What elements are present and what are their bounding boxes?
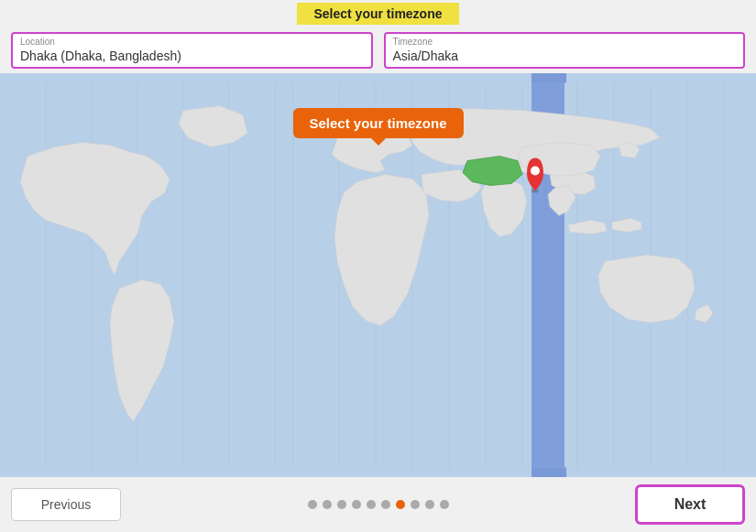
location-value: Dhaka (Dhaka, Bangladesh): [20, 38, 364, 63]
pagination-dot[interactable]: [411, 500, 420, 509]
svg-point-22: [531, 167, 540, 176]
location-label: Location: [20, 37, 55, 47]
fields-row: Location Dhaka (Dhaka, Bangladesh) Timez…: [0, 27, 756, 73]
location-field[interactable]: Location Dhaka (Dhaka, Bangladesh): [11, 32, 373, 69]
previous-button[interactable]: Previous: [11, 488, 121, 521]
pagination-dot[interactable]: [381, 500, 390, 509]
pagination-dot[interactable]: [367, 500, 376, 509]
next-button[interactable]: Next: [635, 484, 745, 525]
pagination-dot[interactable]: [396, 500, 405, 509]
map-container[interactable]: Select your timezone: [0, 73, 756, 477]
pagination-dot[interactable]: [352, 500, 361, 509]
pagination-dots: [308, 500, 449, 509]
pagination-dot[interactable]: [440, 500, 449, 509]
map-tooltip: Select your timezone: [292, 108, 463, 138]
pagination-dot[interactable]: [425, 500, 434, 509]
timezone-label: Timezone: [393, 37, 433, 47]
page-header: Select your timezone: [0, 0, 756, 27]
timezone-value: Asia/Dhaka: [393, 38, 737, 63]
pagination-dot[interactable]: [337, 500, 346, 509]
bottom-bar: Previous Next: [0, 477, 756, 532]
pagination-dot[interactable]: [323, 500, 332, 509]
timezone-field[interactable]: Timezone Asia/Dhaka: [384, 32, 746, 69]
pagination-dot[interactable]: [308, 500, 317, 509]
header-title: Select your timezone: [297, 3, 458, 25]
